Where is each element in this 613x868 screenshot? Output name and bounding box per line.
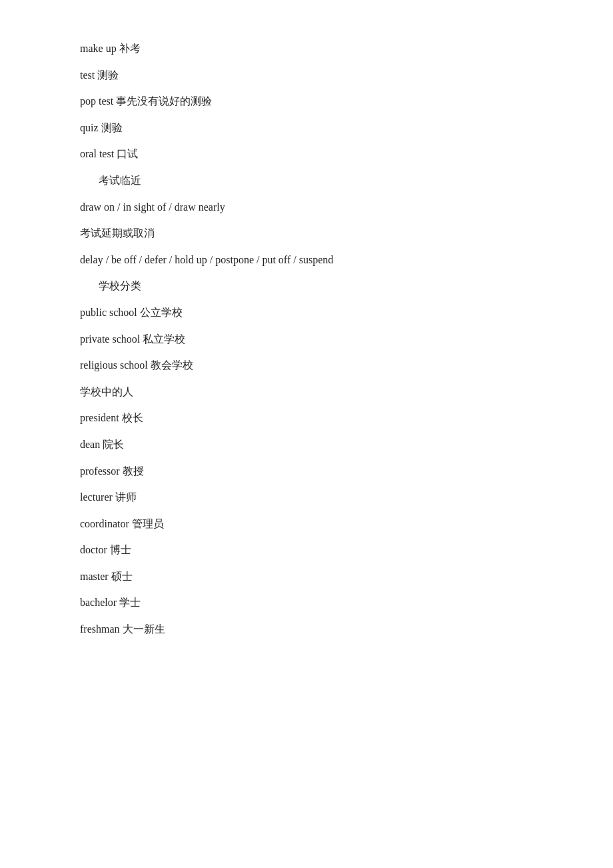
entry-make-up: make up 补考: [80, 40, 533, 57]
entry-test: test 测验: [80, 67, 533, 84]
entry-bachelor: bachelor 学士: [80, 594, 533, 611]
section-header-section-school-type: 学校分类: [80, 277, 533, 295]
entry-dean: dean 院长: [80, 436, 533, 453]
entry-president: president 校长: [80, 409, 533, 427]
entry-religious-school: religious school 教会学校: [80, 357, 533, 374]
entry-lecturer: lecturer 讲师: [80, 489, 533, 506]
entry-draw-on: draw on / in sight of / draw nearly: [80, 199, 533, 216]
entry-freshman: freshman 大一新生: [80, 621, 533, 638]
entry-doctor: doctor 博士: [80, 541, 533, 559]
entry-private-school: private school 私立学校: [80, 331, 533, 348]
header-section-exam-delay: 考试延期或取消: [80, 225, 533, 242]
entry-professor: professor 教授: [80, 463, 533, 480]
entry-coordinator: coordinator 管理员: [80, 515, 533, 533]
document-content: make up 补考test 测验pop test 事先没有说好的测验quiz …: [80, 40, 533, 638]
entry-delay-line: delay / be off / defer / hold up / postp…: [80, 251, 533, 269]
entry-oral-test: oral test 口试: [80, 145, 533, 163]
entry-quiz: quiz 测验: [80, 119, 533, 137]
entry-public-school: public school 公立学校: [80, 304, 533, 321]
section-header-section-exam-near: 考试临近: [80, 172, 533, 189]
entry-pop-test: pop test 事先没有说好的测验: [80, 93, 533, 110]
entry-master: master 硕士: [80, 568, 533, 585]
header-section-school-people: 学校中的人: [80, 383, 533, 401]
